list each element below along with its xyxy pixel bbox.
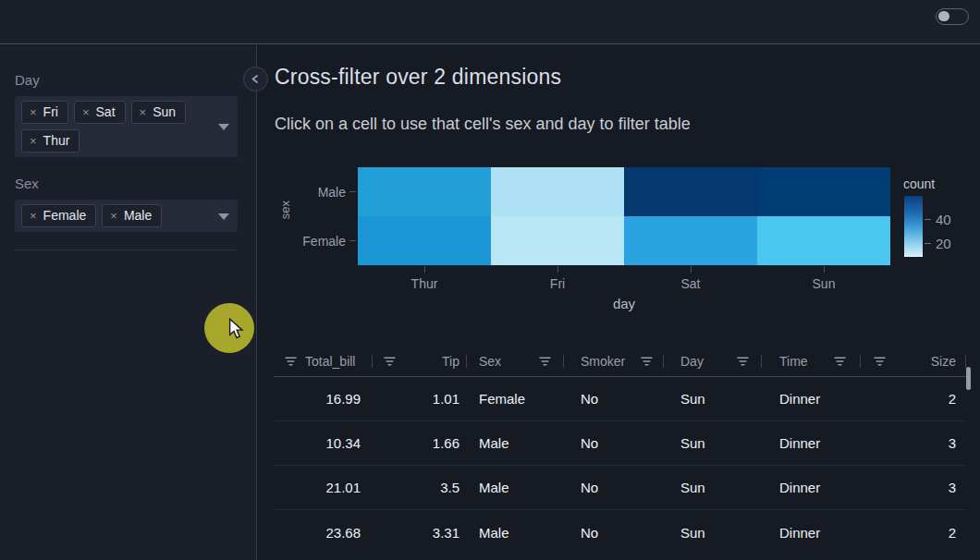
heatmap-cell-female-sun[interactable] bbox=[757, 216, 890, 265]
tick-mark bbox=[557, 266, 558, 273]
filter-icon[interactable] bbox=[285, 357, 297, 366]
cell-tip: 3.31 bbox=[373, 525, 467, 541]
heatmap-cell-female-thur[interactable] bbox=[358, 216, 491, 265]
cell-smoker: No bbox=[564, 480, 664, 495]
heatmap-cell-male-fri[interactable] bbox=[491, 167, 624, 216]
chip-label: Male bbox=[124, 208, 152, 223]
heatmap-ytick-female: Female bbox=[287, 234, 346, 249]
toggle-knob-icon bbox=[938, 11, 949, 22]
chip-day-fri[interactable]: ×Fri bbox=[21, 101, 68, 124]
table-row[interactable]: 21.01 3.5 Male No Sun Dinner 3 bbox=[274, 466, 966, 510]
column-header-smoker[interactable]: Smoker bbox=[564, 346, 664, 376]
heatmap-cell-male-sun[interactable] bbox=[757, 167, 890, 216]
heatmap-cell-male-thur[interactable] bbox=[358, 167, 491, 216]
column-label: Day bbox=[680, 354, 704, 369]
column-label: Tip bbox=[442, 354, 459, 369]
chip-label: Fri bbox=[43, 104, 58, 119]
chip-remove-icon[interactable]: × bbox=[110, 210, 117, 222]
filter-icon[interactable] bbox=[641, 357, 653, 366]
table-row[interactable]: 10.34 1.66 Male No Sun Dinner 3 bbox=[274, 421, 966, 466]
tick-mark bbox=[349, 240, 356, 241]
cell-size: 3 bbox=[861, 480, 966, 495]
column-label: Time bbox=[779, 354, 808, 369]
heatmap-x-axis-title: day bbox=[587, 296, 661, 311]
filter-icon[interactable] bbox=[384, 357, 396, 366]
chip-remove-icon[interactable]: × bbox=[140, 106, 147, 118]
column-label: Sex bbox=[479, 354, 501, 369]
chip-remove-icon[interactable]: × bbox=[30, 135, 37, 147]
column-label: Smoker bbox=[581, 354, 625, 369]
cell-size: 2 bbox=[861, 525, 966, 541]
cell-day: Sun bbox=[664, 480, 762, 495]
chip-remove-icon[interactable]: × bbox=[82, 106, 90, 118]
heatmap-cell-male-sat[interactable] bbox=[624, 167, 757, 216]
table-scrollbar[interactable] bbox=[966, 367, 971, 390]
mouse-cursor-icon bbox=[228, 318, 244, 340]
cell-tip: 1.01 bbox=[373, 391, 467, 407]
heatmap-cell-female-sat[interactable] bbox=[624, 216, 757, 265]
sidebar-divider bbox=[15, 250, 237, 250]
chip-day-sun[interactable]: ×Sun bbox=[131, 101, 187, 124]
colorbar-tick-20: 20 bbox=[936, 236, 951, 251]
chip-label: Thur bbox=[43, 133, 70, 148]
app-window: Day ×Fri ×Sat ×Sun ×Thur Sex ×Female ×Ma… bbox=[0, 0, 980, 560]
column-header-sex[interactable]: Sex bbox=[467, 346, 564, 376]
heatmap-y-axis-title: sex bbox=[278, 201, 292, 219]
chevron-down-icon[interactable] bbox=[218, 124, 229, 130]
cell-size: 3 bbox=[861, 435, 966, 451]
column-header-time[interactable]: Time bbox=[762, 346, 861, 376]
filter-icon[interactable] bbox=[874, 357, 886, 366]
table-row[interactable]: 16.99 1.01 Female No Sun Dinner 2 bbox=[274, 377, 966, 421]
cell-day: Sun bbox=[664, 525, 762, 541]
heatmap-xtick-sat: Sat bbox=[654, 276, 728, 291]
cell-time: Dinner bbox=[762, 480, 861, 495]
chip-remove-icon[interactable]: × bbox=[30, 106, 37, 118]
cell-day: Sun bbox=[664, 435, 762, 451]
theme-toggle[interactable] bbox=[936, 8, 969, 25]
data-table: Total_bill Tip Sex Smoker Day bbox=[274, 346, 966, 554]
cell-total-bill: 10.34 bbox=[274, 435, 373, 451]
chip-label: Female bbox=[43, 208, 87, 223]
table-header-row: Total_bill Tip Sex Smoker Day bbox=[274, 346, 966, 377]
day-filter-label: Day bbox=[15, 72, 40, 88]
column-header-total-bill[interactable]: Total_bill bbox=[274, 346, 373, 376]
tick-mark bbox=[349, 191, 356, 192]
cell-sex: Male bbox=[467, 525, 564, 541]
cell-day: Sun bbox=[664, 391, 762, 407]
cell-total-bill: 21.01 bbox=[274, 480, 373, 495]
page-title: Cross-filter over 2 dimensions bbox=[275, 65, 561, 90]
cell-time: Dinner bbox=[762, 435, 861, 451]
tick-mark bbox=[424, 266, 425, 273]
cell-smoker: No bbox=[564, 525, 664, 541]
chip-day-thur[interactable]: ×Thur bbox=[21, 129, 80, 152]
chip-sex-female[interactable]: ×Female bbox=[21, 204, 96, 227]
colorbar-tick-40: 40 bbox=[936, 212, 951, 227]
chevron-down-icon[interactable] bbox=[218, 213, 229, 220]
cell-sex: Female bbox=[467, 391, 564, 407]
heatmap-xtick-thur: Thur bbox=[387, 276, 461, 291]
chevron-left-icon bbox=[250, 73, 262, 85]
cell-time: Dinner bbox=[762, 525, 861, 541]
cell-tip: 3.5 bbox=[373, 480, 467, 495]
chip-sex-male[interactable]: ×Male bbox=[102, 204, 162, 227]
column-header-tip[interactable]: Tip bbox=[373, 346, 467, 376]
tick-mark bbox=[824, 266, 825, 273]
sex-filter-label: Sex bbox=[15, 176, 39, 191]
column-header-day[interactable]: Day bbox=[664, 346, 762, 376]
chip-label: Sat bbox=[96, 104, 116, 119]
filter-icon[interactable] bbox=[539, 357, 551, 366]
filter-icon[interactable] bbox=[737, 357, 749, 366]
chip-remove-icon[interactable]: × bbox=[30, 210, 37, 222]
tick-mark bbox=[691, 266, 692, 273]
sex-multiselect[interactable]: ×Female ×Male bbox=[15, 200, 238, 232]
column-header-size[interactable]: Size bbox=[861, 346, 966, 376]
filter-icon[interactable] bbox=[834, 357, 846, 366]
sidebar-collapse-button[interactable] bbox=[243, 67, 268, 91]
day-multiselect[interactable]: ×Fri ×Sat ×Sun ×Thur bbox=[15, 96, 238, 157]
heatmap-cell-female-fri[interactable] bbox=[491, 216, 624, 265]
heatmap-ytick-male: Male bbox=[287, 185, 346, 200]
colorbar bbox=[904, 196, 923, 257]
chip-day-sat[interactable]: ×Sat bbox=[74, 101, 126, 124]
table-row[interactable]: 23.68 3.31 Male No Sun Dinner 2 bbox=[274, 510, 966, 554]
cell-total-bill: 16.99 bbox=[274, 391, 373, 407]
